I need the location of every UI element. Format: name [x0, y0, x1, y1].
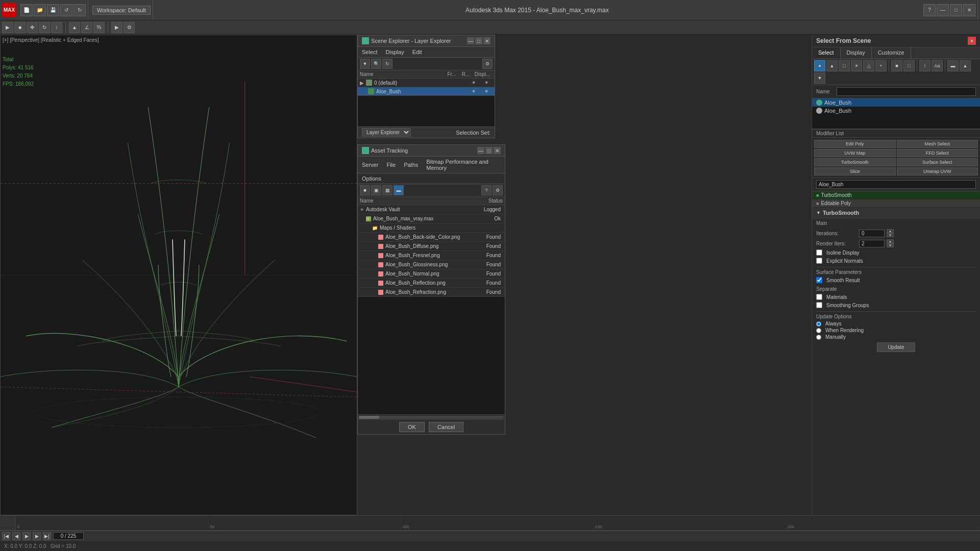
se-filter-btn[interactable]: ▼	[360, 59, 370, 69]
sfs-invert-btn[interactable]: !	[919, 60, 930, 71]
save-btn[interactable]: 💾	[47, 4, 59, 16]
viewport[interactable]: [+] [Perspective] [Realistic + Edged Fac…	[0, 35, 357, 515]
sfs-list-btn[interactable]: ▬	[947, 60, 959, 71]
at-menu-file[interactable]: File	[384, 161, 398, 169]
sfs-cameras-btn[interactable]: △	[863, 60, 874, 71]
asset-row-6[interactable]: Aloe_Bush_Glossiness.png Found	[358, 260, 505, 269]
pb-next-frame[interactable]: ▶	[33, 532, 41, 540]
ts-render-up[interactable]: ▲	[887, 239, 894, 243]
sfs-geo-btn[interactable]: ▲	[826, 60, 838, 71]
sfs-name-input[interactable]	[837, 87, 976, 96]
sfs-close-btn[interactable]: ×	[968, 37, 976, 45]
new-btn[interactable]: 📄	[20, 4, 33, 16]
ts-when-rendering-radio[interactable]	[816, 328, 821, 333]
move-btn[interactable]: ✥	[27, 22, 38, 33]
at-tb-btn4[interactable]: ▬	[394, 185, 404, 195]
asset-row-8[interactable]: Aloe_Bush_Reflection.png Found	[358, 279, 505, 288]
sfs-case-btn[interactable]: Aa	[932, 60, 943, 71]
at-settings-btn[interactable]: ⚙	[493, 185, 503, 195]
percent-snap-btn[interactable]: %	[93, 22, 105, 33]
scene-row-1[interactable]: Aloe_Bush ☀ ☀	[358, 87, 495, 96]
asset-scroll-thumb[interactable]	[359, 416, 379, 419]
ts-iter-down[interactable]: ▼	[887, 233, 894, 237]
scene-explorer-menu-edit[interactable]: Edit	[410, 48, 424, 56]
ts-iter-up[interactable]: ▲	[887, 229, 894, 233]
ts-isoline-checkbox[interactable]	[816, 249, 822, 256]
sfs-all-btn[interactable]: ●	[814, 60, 825, 71]
pb-go-end[interactable]: ▶|	[43, 532, 51, 540]
help-btn[interactable]: ?	[923, 4, 936, 16]
scene-explorer-restore[interactable]: □	[475, 37, 482, 44]
object-name-input[interactable]	[816, 180, 976, 189]
pb-prev-frame[interactable]: ◀	[12, 532, 20, 540]
surface-select-btn[interactable]: Surface Select	[897, 158, 978, 166]
at-menu-paths[interactable]: Paths	[402, 161, 420, 169]
sfs-tree-btn[interactable]: ▲	[960, 60, 971, 71]
rotate-btn[interactable]: ↻	[39, 22, 50, 33]
scene-explorer-menu-select[interactable]: Select	[360, 48, 380, 56]
at-tb-btn3[interactable]: ▦	[382, 185, 393, 195]
ts-iterations-input[interactable]	[859, 230, 885, 237]
sfs-list-item-1[interactable]: Aloe_Bush	[812, 107, 980, 115]
asset-row-7[interactable]: Aloe_Bush_Normal.png Found	[358, 269, 505, 279]
sfs-shapes-btn[interactable]: □	[839, 60, 850, 71]
at-help-btn[interactable]: ?	[481, 185, 492, 195]
asset-cancel-btn[interactable]: Cancel	[429, 422, 463, 432]
asset-ok-btn[interactable]: OK	[399, 422, 425, 432]
sfs-tab-select[interactable]: Select	[812, 47, 841, 59]
sfs-freeze-btn[interactable]: ■	[891, 60, 902, 71]
close-app-btn[interactable]: ✕	[963, 4, 975, 16]
at-menu-bitmap[interactable]: Bitmap Performance and Memory	[424, 158, 503, 172]
scene-row-0[interactable]: ▶ 0 (default) ☀ ☀	[358, 79, 495, 87]
asset-row-1[interactable]: M Aloe_Bush_max_vray.max Ok	[358, 214, 505, 223]
sfs-lights-btn[interactable]: ☀	[851, 60, 862, 71]
ts-explicit-checkbox[interactable]	[816, 258, 822, 264]
ts-render-down[interactable]: ▼	[887, 243, 894, 247]
ts-section-header[interactable]: ▼ TurboSmooth	[812, 208, 980, 218]
pb-go-start[interactable]: |◀	[2, 532, 10, 540]
asset-row-0[interactable]: ☀ Autodesk Vault Logged	[358, 205, 505, 214]
sfs-list-item-0[interactable]: Aloe_Bush	[812, 98, 980, 107]
ts-smooth-checkbox[interactable]	[816, 277, 822, 283]
at-tb-btn2[interactable]: ▣	[371, 185, 381, 195]
ffd-select-btn[interactable]: FFD Select	[897, 149, 978, 157]
sfs-hide-btn[interactable]: □	[903, 60, 915, 71]
scene-explorer-minimize[interactable]: —	[467, 37, 474, 44]
scene-explorer-menu-display[interactable]: Display	[384, 48, 406, 56]
at-menu-server[interactable]: Server	[360, 161, 380, 169]
render-btn[interactable]: ▶	[111, 22, 122, 33]
asset-row-2[interactable]: 📁 Maps / Shaders	[358, 223, 505, 233]
open-btn[interactable]: 📁	[34, 4, 46, 16]
modifier-row-editablepoly[interactable]: ■ Editable Poly	[812, 199, 980, 208]
sfs-sort-btn[interactable]: ▼	[814, 72, 825, 84]
asset-scrollbar[interactable]	[358, 414, 505, 419]
render-setup-btn[interactable]: ⚙	[124, 22, 135, 33]
undo-btn[interactable]: ↺	[60, 4, 72, 16]
turbosmooth-btn[interactable]: TurboSmooth	[814, 158, 896, 166]
sfs-helpers-btn[interactable]: +	[875, 60, 887, 71]
mesh-select-btn[interactable]: Mesh Select	[897, 140, 978, 148]
sfs-tab-customize[interactable]: Customize	[872, 47, 911, 59]
ts-materials-checkbox[interactable]	[816, 294, 822, 300]
timeline[interactable]: 0 50 100 150 200	[0, 516, 980, 531]
minimize-btn[interactable]: —	[937, 4, 949, 16]
ts-smoothing-checkbox[interactable]	[816, 302, 822, 308]
asset-tracking-minimize[interactable]: —	[477, 147, 484, 154]
asset-row-5[interactable]: Aloe_Bush_Fresnel.png Found	[358, 251, 505, 260]
se-search-btn[interactable]: 🔍	[371, 59, 381, 69]
ts-render-iters-input[interactable]	[859, 240, 885, 247]
asset-row-9[interactable]: Aloe_Bush_Refraction.png Found	[358, 288, 505, 297]
ts-update-button[interactable]: Update	[877, 342, 915, 352]
asset-row-3[interactable]: Aloe_Bush_Back-side_Color.png Found	[358, 233, 505, 242]
ts-always-radio[interactable]	[816, 321, 821, 327]
uwv-map-btn[interactable]: UVW Map	[814, 149, 896, 157]
modifier-row-turbosmooth[interactable]: ■ TurboSmooth	[812, 191, 980, 199]
asset-tracking-close[interactable]: ✕	[494, 147, 501, 154]
scene-explorer-titlebar[interactable]: Scene Explorer - Layer Explorer — □ ✕	[358, 35, 495, 47]
select-obj-btn[interactable]: ▶	[2, 22, 13, 33]
se-options-btn[interactable]: ⚙	[482, 59, 493, 69]
pb-play[interactable]: ▶	[22, 532, 31, 540]
select-region-btn[interactable]: ■	[14, 22, 26, 33]
asset-tracking-restore[interactable]: □	[485, 147, 493, 154]
sfs-tab-display[interactable]: Display	[841, 47, 872, 59]
